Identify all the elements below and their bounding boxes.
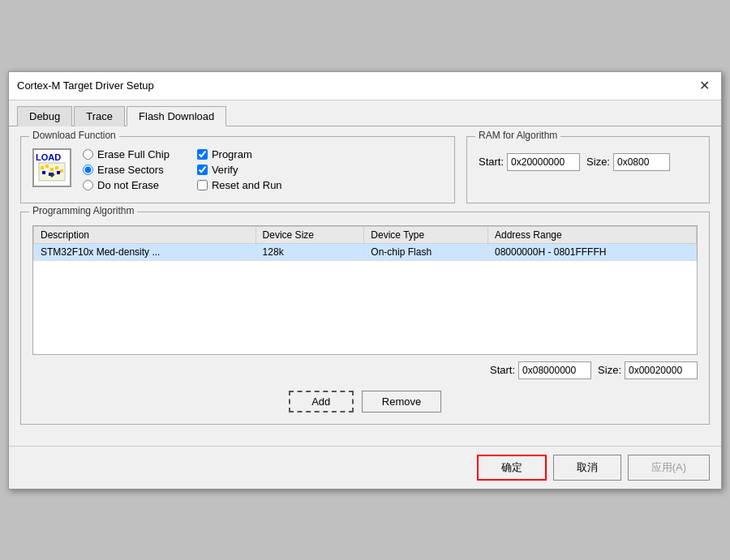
row-device-type: On-chip Flash bbox=[364, 243, 488, 260]
ram-algorithm-inner: Start: Size: bbox=[479, 153, 698, 171]
ram-size-field: Size: bbox=[586, 153, 670, 171]
svg-rect-4 bbox=[45, 165, 49, 168]
reset-run-option[interactable]: Reset and Run bbox=[197, 179, 282, 191]
algo-start-field: Start: bbox=[490, 361, 591, 379]
table-row[interactable]: STM32F10x Med-density ... 128k On-chip F… bbox=[34, 243, 697, 260]
verify-checkbox[interactable] bbox=[197, 165, 208, 175]
ram-start-label: Start: bbox=[479, 156, 504, 168]
algo-start-input[interactable] bbox=[518, 361, 591, 379]
programming-algorithm-group: Programming Algorithm Description Device… bbox=[20, 212, 710, 425]
ram-size-input[interactable] bbox=[613, 153, 670, 171]
row-device-size: 128k bbox=[256, 243, 364, 260]
main-content: Download Function LOAD bbox=[9, 126, 721, 442]
load-svg-icon: LOAD bbox=[34, 150, 70, 186]
main-window: Cortex-M Target Driver Setup ✕ Debug Tra… bbox=[8, 71, 722, 489]
ram-start-field: Start: bbox=[479, 153, 580, 171]
erase-full-chip-option[interactable]: Erase Full Chip bbox=[83, 148, 170, 160]
col-device-type: Device Type bbox=[364, 226, 488, 243]
table-header-row: Description Device Size Device Type Addr… bbox=[34, 226, 697, 243]
remove-button[interactable]: Remove bbox=[362, 391, 441, 413]
row-address-range: 08000000H - 0801FFFFH bbox=[487, 243, 696, 260]
load-icon: LOAD bbox=[32, 148, 71, 187]
svg-rect-10 bbox=[57, 171, 60, 174]
footer-bar: 确定 取消 应用(A) bbox=[9, 446, 721, 489]
reset-run-checkbox[interactable] bbox=[197, 180, 208, 190]
window-title: Cortex-M Target Driver Setup bbox=[17, 79, 154, 92]
programming-algorithm-inner: Description Device Size Device Type Addr… bbox=[32, 225, 698, 413]
tab-debug[interactable]: Debug bbox=[17, 106, 72, 126]
ok-button[interactable]: 确定 bbox=[477, 455, 547, 481]
algo-start-label: Start: bbox=[490, 364, 515, 376]
col-address-range: Address Range bbox=[487, 226, 696, 243]
ram-algorithm-label: RAM for Algorithm bbox=[475, 130, 560, 141]
download-function-group: Download Function LOAD bbox=[20, 136, 455, 203]
tab-trace[interactable]: Trace bbox=[74, 106, 125, 126]
erase-full-chip-radio[interactable] bbox=[83, 149, 93, 160]
ram-size-label: Size: bbox=[586, 156, 610, 168]
download-function-label: Download Function bbox=[29, 130, 119, 141]
download-function-inner: LOAD bbox=[32, 148, 443, 191]
algorithm-buttons: Add Remove bbox=[32, 391, 698, 413]
program-option[interactable]: Program bbox=[197, 148, 282, 160]
tab-flash-download[interactable]: Flash Download bbox=[127, 106, 226, 126]
svg-text:LOAD: LOAD bbox=[36, 152, 61, 162]
do-not-erase-label: Do not Erase bbox=[97, 179, 159, 191]
svg-rect-3 bbox=[41, 166, 44, 169]
col-description: Description bbox=[34, 226, 256, 243]
svg-rect-6 bbox=[55, 166, 58, 169]
algorithm-footer: Start: Size: bbox=[32, 361, 698, 379]
program-label: Program bbox=[212, 148, 252, 160]
row-description: STM32F10x Med-density ... bbox=[34, 243, 256, 260]
svg-rect-5 bbox=[50, 168, 54, 171]
algorithm-table: Description Device Size Device Type Addr… bbox=[33, 226, 697, 261]
algorithm-table-container[interactable]: Description Device Size Device Type Addr… bbox=[32, 225, 698, 355]
erase-sectors-option[interactable]: Erase Sectors bbox=[83, 164, 170, 176]
do-not-erase-option[interactable]: Do not Erase bbox=[83, 179, 170, 191]
svg-rect-8 bbox=[42, 171, 45, 174]
svg-rect-7 bbox=[60, 169, 63, 173]
erase-sectors-radio[interactable] bbox=[83, 165, 93, 175]
apply-button[interactable]: 应用(A) bbox=[628, 455, 710, 481]
erase-options: Erase Full Chip Erase Sectors Do not Era… bbox=[83, 148, 170, 191]
algo-size-field: Size: bbox=[598, 361, 698, 379]
verify-option[interactable]: Verify bbox=[197, 164, 282, 176]
add-button[interactable]: Add bbox=[289, 391, 354, 413]
cancel-button[interactable]: 取消 bbox=[553, 455, 621, 481]
action-checkboxes: Program Verify Reset and Run bbox=[197, 148, 282, 191]
close-button[interactable]: ✕ bbox=[695, 77, 713, 95]
algo-size-input[interactable] bbox=[625, 361, 698, 379]
programming-algorithm-label: Programming Algorithm bbox=[29, 205, 137, 216]
ram-start-input[interactable] bbox=[507, 153, 580, 171]
erase-full-chip-label: Erase Full Chip bbox=[97, 148, 170, 160]
top-row: Download Function LOAD bbox=[20, 136, 710, 212]
program-checkbox[interactable] bbox=[197, 149, 208, 160]
algo-size-label: Size: bbox=[598, 364, 621, 376]
reset-run-label: Reset and Run bbox=[212, 179, 282, 191]
verify-label: Verify bbox=[212, 164, 238, 176]
col-device-size: Device Size bbox=[256, 226, 364, 243]
erase-sectors-label: Erase Sectors bbox=[97, 164, 164, 176]
title-bar: Cortex-M Target Driver Setup ✕ bbox=[9, 72, 721, 100]
tab-bar: Debug Trace Flash Download bbox=[9, 100, 721, 126]
ram-algorithm-group: RAM for Algorithm Start: Size: bbox=[466, 136, 710, 203]
do-not-erase-radio[interactable] bbox=[83, 180, 93, 190]
